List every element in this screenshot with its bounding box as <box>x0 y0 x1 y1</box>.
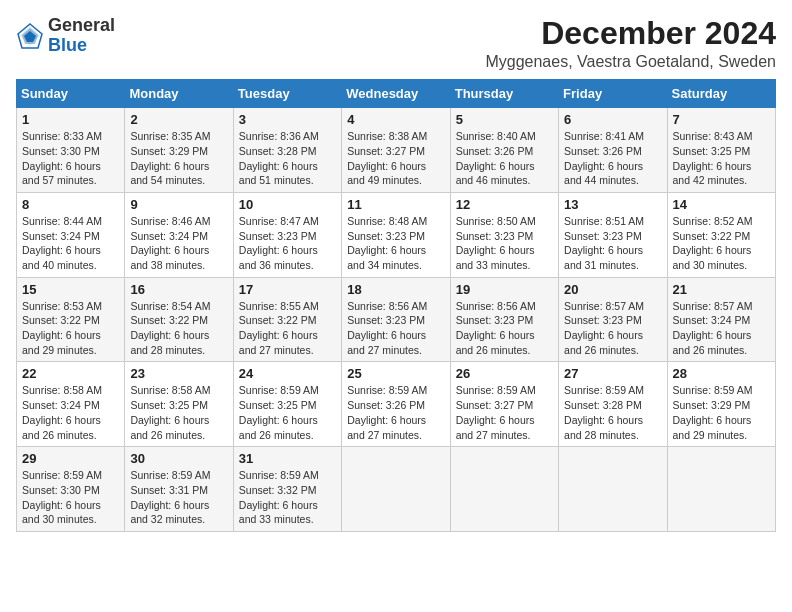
day-info: Sunrise: 8:59 AM Sunset: 3:30 PM Dayligh… <box>22 468 119 527</box>
day-number: 14 <box>673 197 770 212</box>
weekday-header-row: SundayMondayTuesdayWednesdayThursdayFrid… <box>17 80 776 108</box>
day-info: Sunrise: 8:38 AM Sunset: 3:27 PM Dayligh… <box>347 129 444 188</box>
day-info: Sunrise: 8:59 AM Sunset: 3:25 PM Dayligh… <box>239 383 336 442</box>
day-number: 22 <box>22 366 119 381</box>
calendar-cell: 6Sunrise: 8:41 AM Sunset: 3:26 PM Daylig… <box>559 108 667 193</box>
calendar-cell: 23Sunrise: 8:58 AM Sunset: 3:25 PM Dayli… <box>125 362 233 447</box>
day-number: 17 <box>239 282 336 297</box>
day-number: 24 <box>239 366 336 381</box>
calendar-cell: 19Sunrise: 8:56 AM Sunset: 3:23 PM Dayli… <box>450 277 558 362</box>
day-info: Sunrise: 8:57 AM Sunset: 3:24 PM Dayligh… <box>673 299 770 358</box>
day-number: 27 <box>564 366 661 381</box>
weekday-header-thursday: Thursday <box>450 80 558 108</box>
weekday-header-wednesday: Wednesday <box>342 80 450 108</box>
calendar-cell: 13Sunrise: 8:51 AM Sunset: 3:23 PM Dayli… <box>559 192 667 277</box>
day-number: 1 <box>22 112 119 127</box>
day-number: 18 <box>347 282 444 297</box>
day-info: Sunrise: 8:36 AM Sunset: 3:28 PM Dayligh… <box>239 129 336 188</box>
calendar-cell: 24Sunrise: 8:59 AM Sunset: 3:25 PM Dayli… <box>233 362 341 447</box>
day-info: Sunrise: 8:57 AM Sunset: 3:23 PM Dayligh… <box>564 299 661 358</box>
calendar-cell: 11Sunrise: 8:48 AM Sunset: 3:23 PM Dayli… <box>342 192 450 277</box>
day-number: 26 <box>456 366 553 381</box>
calendar-cell <box>559 447 667 532</box>
day-info: Sunrise: 8:56 AM Sunset: 3:23 PM Dayligh… <box>456 299 553 358</box>
day-info: Sunrise: 8:51 AM Sunset: 3:23 PM Dayligh… <box>564 214 661 273</box>
day-info: Sunrise: 8:41 AM Sunset: 3:26 PM Dayligh… <box>564 129 661 188</box>
day-info: Sunrise: 8:48 AM Sunset: 3:23 PM Dayligh… <box>347 214 444 273</box>
day-number: 16 <box>130 282 227 297</box>
day-number: 15 <box>22 282 119 297</box>
day-info: Sunrise: 8:59 AM Sunset: 3:28 PM Dayligh… <box>564 383 661 442</box>
day-info: Sunrise: 8:35 AM Sunset: 3:29 PM Dayligh… <box>130 129 227 188</box>
day-info: Sunrise: 8:47 AM Sunset: 3:23 PM Dayligh… <box>239 214 336 273</box>
calendar-cell: 20Sunrise: 8:57 AM Sunset: 3:23 PM Dayli… <box>559 277 667 362</box>
day-number: 5 <box>456 112 553 127</box>
logo-general-text: General <box>48 15 115 35</box>
logo: General Blue <box>16 16 115 56</box>
day-info: Sunrise: 8:33 AM Sunset: 3:30 PM Dayligh… <box>22 129 119 188</box>
calendar-cell: 14Sunrise: 8:52 AM Sunset: 3:22 PM Dayli… <box>667 192 775 277</box>
day-number: 4 <box>347 112 444 127</box>
day-info: Sunrise: 8:50 AM Sunset: 3:23 PM Dayligh… <box>456 214 553 273</box>
day-info: Sunrise: 8:56 AM Sunset: 3:23 PM Dayligh… <box>347 299 444 358</box>
calendar-cell: 30Sunrise: 8:59 AM Sunset: 3:31 PM Dayli… <box>125 447 233 532</box>
day-number: 21 <box>673 282 770 297</box>
day-number: 20 <box>564 282 661 297</box>
calendar-cell <box>342 447 450 532</box>
calendar-cell: 4Sunrise: 8:38 AM Sunset: 3:27 PM Daylig… <box>342 108 450 193</box>
calendar-cell: 9Sunrise: 8:46 AM Sunset: 3:24 PM Daylig… <box>125 192 233 277</box>
page-header: General Blue December 2024 Myggenaes, Va… <box>16 16 776 71</box>
day-info: Sunrise: 8:59 AM Sunset: 3:29 PM Dayligh… <box>673 383 770 442</box>
calendar-cell: 2Sunrise: 8:35 AM Sunset: 3:29 PM Daylig… <box>125 108 233 193</box>
day-info: Sunrise: 8:46 AM Sunset: 3:24 PM Dayligh… <box>130 214 227 273</box>
day-info: Sunrise: 8:55 AM Sunset: 3:22 PM Dayligh… <box>239 299 336 358</box>
calendar-cell: 15Sunrise: 8:53 AM Sunset: 3:22 PM Dayli… <box>17 277 125 362</box>
logo-icon <box>16 22 44 50</box>
weekday-header-friday: Friday <box>559 80 667 108</box>
calendar-subtitle: Myggenaes, Vaestra Goetaland, Sweden <box>485 53 776 71</box>
day-number: 8 <box>22 197 119 212</box>
day-info: Sunrise: 8:58 AM Sunset: 3:25 PM Dayligh… <box>130 383 227 442</box>
weekday-header-tuesday: Tuesday <box>233 80 341 108</box>
calendar-cell: 21Sunrise: 8:57 AM Sunset: 3:24 PM Dayli… <box>667 277 775 362</box>
calendar-cell: 1Sunrise: 8:33 AM Sunset: 3:30 PM Daylig… <box>17 108 125 193</box>
calendar-cell: 26Sunrise: 8:59 AM Sunset: 3:27 PM Dayli… <box>450 362 558 447</box>
calendar-week-row: 15Sunrise: 8:53 AM Sunset: 3:22 PM Dayli… <box>17 277 776 362</box>
day-number: 7 <box>673 112 770 127</box>
day-info: Sunrise: 8:59 AM Sunset: 3:26 PM Dayligh… <box>347 383 444 442</box>
day-number: 12 <box>456 197 553 212</box>
day-number: 28 <box>673 366 770 381</box>
calendar-cell: 22Sunrise: 8:58 AM Sunset: 3:24 PM Dayli… <box>17 362 125 447</box>
calendar-week-row: 8Sunrise: 8:44 AM Sunset: 3:24 PM Daylig… <box>17 192 776 277</box>
weekday-header-sunday: Sunday <box>17 80 125 108</box>
day-number: 25 <box>347 366 444 381</box>
calendar-cell: 31Sunrise: 8:59 AM Sunset: 3:32 PM Dayli… <box>233 447 341 532</box>
day-info: Sunrise: 8:43 AM Sunset: 3:25 PM Dayligh… <box>673 129 770 188</box>
calendar-week-row: 29Sunrise: 8:59 AM Sunset: 3:30 PM Dayli… <box>17 447 776 532</box>
calendar-cell <box>667 447 775 532</box>
weekday-header-monday: Monday <box>125 80 233 108</box>
day-number: 23 <box>130 366 227 381</box>
day-number: 30 <box>130 451 227 466</box>
calendar-cell: 25Sunrise: 8:59 AM Sunset: 3:26 PM Dayli… <box>342 362 450 447</box>
day-info: Sunrise: 8:52 AM Sunset: 3:22 PM Dayligh… <box>673 214 770 273</box>
calendar-cell: 27Sunrise: 8:59 AM Sunset: 3:28 PM Dayli… <box>559 362 667 447</box>
calendar-cell: 16Sunrise: 8:54 AM Sunset: 3:22 PM Dayli… <box>125 277 233 362</box>
title-block: December 2024 Myggenaes, Vaestra Goetala… <box>485 16 776 71</box>
calendar-table: SundayMondayTuesdayWednesdayThursdayFrid… <box>16 79 776 532</box>
calendar-cell: 5Sunrise: 8:40 AM Sunset: 3:26 PM Daylig… <box>450 108 558 193</box>
day-number: 10 <box>239 197 336 212</box>
day-number: 19 <box>456 282 553 297</box>
calendar-cell: 10Sunrise: 8:47 AM Sunset: 3:23 PM Dayli… <box>233 192 341 277</box>
calendar-week-row: 22Sunrise: 8:58 AM Sunset: 3:24 PM Dayli… <box>17 362 776 447</box>
day-number: 29 <box>22 451 119 466</box>
day-number: 2 <box>130 112 227 127</box>
calendar-title: December 2024 <box>485 16 776 51</box>
day-info: Sunrise: 8:59 AM Sunset: 3:27 PM Dayligh… <box>456 383 553 442</box>
calendar-cell: 17Sunrise: 8:55 AM Sunset: 3:22 PM Dayli… <box>233 277 341 362</box>
day-info: Sunrise: 8:54 AM Sunset: 3:22 PM Dayligh… <box>130 299 227 358</box>
day-number: 6 <box>564 112 661 127</box>
day-number: 3 <box>239 112 336 127</box>
calendar-cell: 28Sunrise: 8:59 AM Sunset: 3:29 PM Dayli… <box>667 362 775 447</box>
day-number: 13 <box>564 197 661 212</box>
